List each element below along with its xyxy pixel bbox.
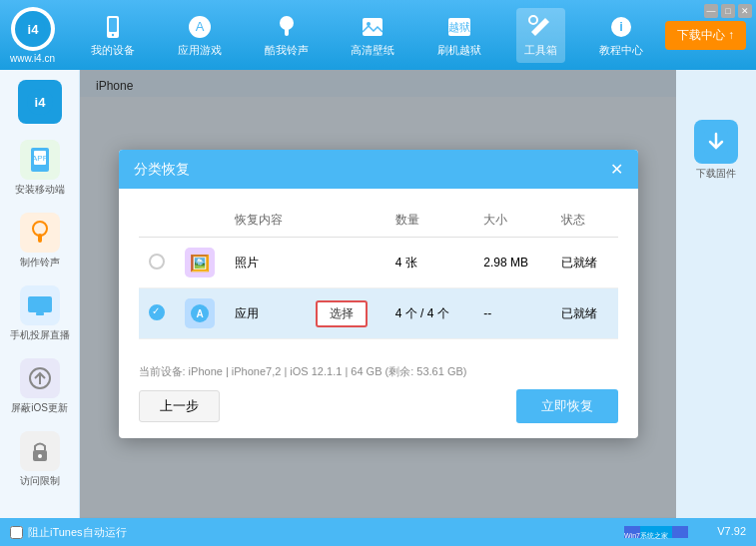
nav-tutorials-label: 教程中心 [599,43,643,58]
svg-rect-8 [285,28,289,36]
svg-text:APP: APP [31,154,47,163]
apps-icon: A [186,13,214,41]
sidebar-ios-update[interactable]: 屏蔽iOS更新 [0,350,79,423]
svg-text:i4: i4 [34,95,46,110]
logo: i4 www.i4.cn [10,7,55,64]
svg-rect-24 [36,312,44,315]
svg-point-7 [280,16,294,30]
svg-point-21 [33,222,47,236]
main-nav: 我的设备 A 应用游戏 酷我铃声 高清壁纸 [70,8,665,63]
nav-flash-label: 刷机越狱 [437,43,481,58]
size-cell: 2.98 MB [473,238,550,288]
radio-checked[interactable] [149,304,165,320]
nav-ringtones-label: 酷我铃声 [265,43,309,58]
itunes-label: 阻止iTunes自动运行 [28,525,127,540]
sidebar-access-restrict[interactable]: 访问限制 [0,423,79,496]
sidebar-ringtone-label: 制作铃声 [20,256,60,270]
modal-close-button[interactable]: ✕ [610,160,623,179]
nav-apps-games[interactable]: A 应用游戏 [170,8,230,63]
sidebar: i4 APP 安装移动端 制作铃声 手机投屏直播 [0,70,80,518]
modal-actions: 上一步 立即恢复 [139,389,618,423]
apps-size-cell: -- [473,288,550,339]
svg-text:A: A [196,19,205,34]
svg-point-4 [112,33,114,35]
col-size: 大小 [473,204,550,238]
restore-now-button[interactable]: 立即恢复 [516,389,618,423]
radio-cell [139,238,175,288]
nav-tools[interactable]: 工具箱 [516,8,565,63]
sidebar-mirror-label: 手机投屏直播 [10,328,70,342]
apps-icon: A [185,298,215,328]
sidebar-install-app[interactable]: APP 安装移动端 [0,132,79,205]
modal-header: 分类恢复 ✕ [119,150,638,189]
icon-cell: 🖼️ [175,238,225,288]
col-icon [175,204,225,238]
block-itunes-checkbox[interactable] [10,526,23,539]
apps-name-cell: 应用 [225,288,306,339]
maximize-button[interactable]: □ [721,4,735,18]
version-label: Win7系统之家 V7.92 [624,522,746,542]
download-firmware-label: 下载固件 [696,167,736,181]
bottom-bar: 阻止iTunes自动运行 Win7系统之家 V7.92 [0,518,756,546]
nav-ringtones[interactable]: 酷我铃声 [257,8,317,63]
svg-rect-3 [109,18,117,32]
sidebar-screen-mirror[interactable]: 手机投屏直播 [0,277,79,350]
nav-wallpaper-label: 高清壁纸 [351,43,394,58]
radio-unchecked[interactable] [149,254,165,270]
select-cell [306,238,385,288]
nav-wallpaper[interactable]: 高清壁纸 [343,8,402,63]
name-cell: 照片 [225,238,306,288]
sidebar-restrict-label: 访问限制 [20,474,60,488]
icon-cell-apps: A [175,288,225,339]
flash-icon: 越狱 [445,13,473,41]
svg-rect-9 [363,18,382,36]
svg-text:越狱: 越狱 [448,21,470,33]
modal-title: 分类恢复 [134,161,190,179]
logo-icon: i4 [15,11,51,47]
prev-step-button[interactable]: 上一步 [139,390,220,422]
version: V7.92 [717,525,746,537]
device-info: 当前设备: iPhone | iPhone7,2 | iOS 12.1.1 | … [139,364,618,379]
modal-overlay: 分类恢复 ✕ 恢复内容 数量 [80,70,676,518]
recovery-modal: 分类恢复 ✕ 恢复内容 数量 [119,150,638,438]
nav-my-device[interactable]: 我的设备 [83,8,143,63]
apps-count-cell: 4 个 / 4 个 [385,288,473,339]
wallpaper-icon [359,13,386,41]
tutorials-icon: i [607,13,635,41]
nav-flash[interactable]: 越狱 刷机越狱 [429,8,489,63]
minimize-button[interactable]: — [704,4,718,18]
select-apps-button[interactable]: 选择 [316,300,368,327]
svg-rect-35 [672,526,688,538]
sidebar-install-label: 安装移动端 [15,183,65,197]
col-select [306,204,385,238]
close-button[interactable]: ✕ [738,4,752,18]
logo-url: www.i4.cn [10,53,55,64]
download-firmware-item[interactable]: 下载固件 [684,110,748,191]
nav-my-device-label: 我的设备 [91,43,135,58]
radio-cell-checked [139,288,175,339]
sidebar-ringtone[interactable]: 制作铃声 [0,205,79,277]
svg-text:i4: i4 [27,22,39,37]
download-center-button[interactable]: 下载中心 ↑ [665,21,746,50]
photos-icon: 🖼️ [185,248,215,277]
col-count: 数量 [385,204,473,238]
recovery-table: 恢复内容 数量 大小 状态 [139,204,618,339]
nav-tutorials[interactable]: i 教程中心 [591,8,651,63]
table-row: 🖼️ 照片 4 张 2.98 MB 已就绪 [139,238,618,288]
col-status: 状态 [551,204,618,238]
nav-tools-label: 工具箱 [524,43,557,58]
apps-select-cell: 选择 [306,288,385,339]
sidebar-ios-update-label: 屏蔽iOS更新 [11,401,68,415]
col-name: 恢复内容 [225,204,306,238]
status-cell: 已就绪 [551,238,618,288]
nav-apps-label: 应用游戏 [178,43,222,58]
watermark: Win7系统之家 [624,526,707,537]
right-panel: 下载固件 [676,70,756,518]
svg-rect-22 [38,234,42,243]
svg-point-28 [38,454,42,458]
itunes-control: 阻止iTunes自动运行 [10,525,127,540]
svg-rect-23 [28,296,52,312]
modal-body: 恢复内容 数量 大小 状态 [119,189,638,354]
table-row: A 应用 选择 4 个 / 4 个 -- 已就绪 [139,288,618,339]
device-icon [99,13,127,41]
